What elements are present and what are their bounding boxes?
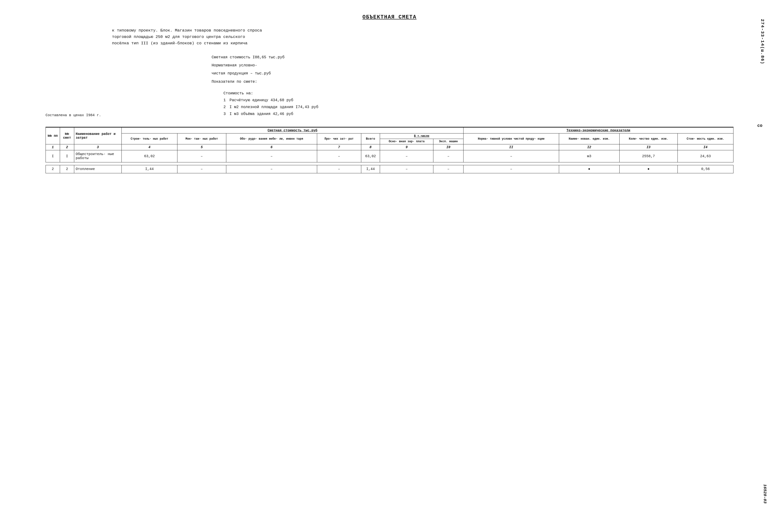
- numbered-item-1: 1 Расчётную единицу 434,60 руб: [224, 97, 318, 104]
- header-eksp: Эксп. машин: [433, 139, 463, 144]
- header-naim: Наиме- нован. един. изм.: [559, 133, 619, 144]
- header-pro: Про- чих зат- рат: [317, 133, 361, 144]
- cost-label3: чистая продукция – тыс.руб: [212, 70, 733, 77]
- header-row-1: №№ пп №№ смет Наименование работ и затра…: [46, 128, 733, 133]
- header-tehnico: Технико-экономические показатели: [463, 128, 733, 133]
- col-n6: 6: [226, 144, 317, 150]
- header-pp: №№ пп: [46, 128, 60, 144]
- header-osn: Осно- вная зар- плата: [380, 139, 433, 144]
- col-n9: 9: [380, 144, 433, 150]
- cost-label1: Сметная стоимость I08,65 тыс.руб: [212, 54, 733, 61]
- table-row: IIОбщестроитель- ные работы63,02–––63,02…: [46, 150, 733, 162]
- subtitle-line-1: к типовому проекту. Блок. Магазин товаро…: [112, 27, 733, 34]
- item-text-2: I м2 полезной площади здания I74,43 руб: [230, 104, 318, 111]
- side-mark: со: [757, 123, 762, 128]
- main-title: ОБЪЕКТНАЯ СМЕТА: [46, 14, 733, 20]
- col-n1: 1: [46, 144, 60, 150]
- col-n13: I3: [619, 144, 677, 150]
- side-text-top: 274-33-14(ш.86): [760, 19, 765, 64]
- header-vchisle: В т.числе: [380, 133, 464, 139]
- header-vsego: Всего: [361, 133, 380, 144]
- date-label: Составлена в ценах I984 г.: [46, 113, 129, 117]
- indicators-section: Составлена в ценах I984 г. Стоимость на:…: [46, 90, 733, 117]
- header-stroit: Строи- тель- ных работ: [122, 133, 177, 144]
- cost-label4: Показатели по смете:: [212, 78, 733, 85]
- stoimost-label: Стоимость на:: [224, 90, 733, 97]
- table-body: IIОбщестроитель- ные работы63,02–––63,02…: [46, 150, 733, 176]
- table-section: №№ пп №№ смет Наименование работ и затра…: [46, 127, 733, 176]
- col-n12: I2: [559, 144, 619, 150]
- header-montazh: Мон- таж- ных работ: [177, 133, 226, 144]
- table-row: 22ОтоплениеI,44–––I,44–––●●0,56: [46, 165, 733, 173]
- separator-row: [46, 173, 733, 176]
- cost-section: Сметная стоимость I08,65 тыс.руб Нормати…: [212, 54, 733, 85]
- col-n11: II: [463, 144, 559, 150]
- header-row-numbers: 1 2 3 4 5 6 7 8 9 I0 II I2 I3 I4: [46, 144, 733, 150]
- col-n2: 2: [60, 144, 74, 150]
- numbered-item-3: 3 I м3 объёма здания 42,46 руб: [224, 111, 318, 118]
- col-n10: I0: [433, 144, 463, 150]
- subtitle-line-3: посёлка тип III (из зданий-блоков) со ст…: [112, 40, 733, 47]
- col-n3: 3: [74, 144, 122, 150]
- numbered-items: 1 Расчётную единицу 434,60 руб 2 I м2 по…: [224, 97, 318, 117]
- header-obo: Обо- рудо- вания мебе- ли, инвен таря: [226, 133, 317, 144]
- title-section: ОБЪЕКТНАЯ СМЕТА: [46, 14, 733, 20]
- item-text-1: Расчётную единицу 434,60 руб: [230, 97, 318, 104]
- side-text-bottom: 16528-03: [763, 484, 767, 504]
- subtitle-line-2: торговой площадью 250 м2 для торгового ц…: [112, 34, 733, 40]
- subtitle: к типовому проекту. Блок. Магазин товаро…: [112, 27, 733, 47]
- item-num-3: 3: [224, 111, 230, 118]
- header-smetnaya: Сметная стоимость тыс.руб: [122, 128, 464, 133]
- header-name: Наименование работ и затрат: [74, 128, 122, 144]
- header-row-2: Строи- тель- ных работ Мон- таж- ных раб…: [46, 133, 733, 139]
- header-smet: №№ смет: [60, 128, 74, 144]
- col-n14: I4: [677, 144, 733, 150]
- item-text-3: I м3 объёма здания 42,46 руб: [230, 111, 318, 118]
- right-info: Стоимость на: 1 Расчётную единицу 434,60…: [224, 90, 733, 117]
- header-kol: Коли- чество един. изм.: [619, 133, 677, 144]
- col-n4: 4: [122, 144, 177, 150]
- col-n8: 8: [361, 144, 380, 150]
- separator-row: [46, 162, 733, 165]
- cost-label2: Нормативная условно-: [212, 62, 733, 69]
- col-n5: 5: [177, 144, 226, 150]
- main-table: №№ пп №№ смет Наименование работ и затра…: [46, 127, 733, 176]
- page-content: 274-33-14(ш.86) со 16528-03 ОБЪЕКТНАЯ СМ…: [46, 14, 733, 176]
- item-num-2: 2: [224, 104, 230, 111]
- col-n7: 7: [317, 144, 361, 150]
- item-num-1: 1: [224, 97, 230, 104]
- header-norma: Норма- тивной условн чистой проду- кции: [463, 133, 559, 144]
- header-stoi: Стои- мость един. изм.: [677, 133, 733, 144]
- numbered-item-2: 2 I м2 полезной площади здания I74,43 ру…: [224, 104, 318, 111]
